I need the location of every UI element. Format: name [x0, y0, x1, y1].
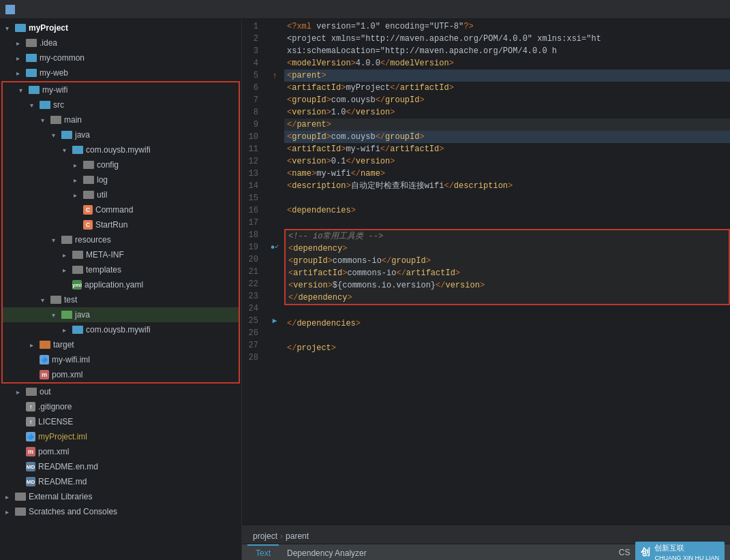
sidebar-item-application.yaml[interactable]: ymlapplication.yaml: [3, 277, 239, 292]
line-number: 7: [242, 94, 262, 106]
code-line: xsi:schemaLocation="http://maven.apache.…: [284, 45, 730, 57]
gutter-marker: [268, 106, 282, 119]
file-icon: f: [26, 402, 35, 411]
status-right: CS 创 创新互联CHUANG XIN HU LIAN: [619, 542, 725, 560]
java-class-icon: C: [83, 205, 93, 215]
gutter-marker: [268, 94, 282, 106]
sidebar-item-my-wifi.iml[interactable]: 🔷my-wifi.iml: [3, 352, 239, 367]
sidebar-item-test[interactable]: ▾test: [3, 292, 239, 307]
folder-icon: [72, 251, 83, 259]
gutter-marker: [268, 229, 282, 241]
sidebar-item-resources[interactable]: ▾resources: [3, 232, 239, 247]
line-number: 21: [242, 266, 262, 278]
sidebar-item-README.md[interactable]: MDREADME.md: [0, 474, 241, 489]
code-line: </project>: [284, 342, 730, 354]
sidebar-item-target[interactable]: ▸target: [3, 337, 239, 352]
gutter-marker: [268, 352, 282, 364]
code-line: [284, 217, 730, 229]
sidebar-item-com.ouysb.mywifi[interactable]: ▾com.ouysb.mywifi: [3, 142, 239, 157]
sidebar-item-java[interactable]: ▾java: [3, 127, 239, 142]
sidebar-item-root-pom[interactable]: mpom.xml: [0, 444, 241, 459]
arrow-right-icon: ▸: [16, 40, 26, 47]
arrow-right-icon: ▸: [74, 161, 83, 169]
code-line: [284, 192, 730, 204]
red-border-section: ▾my-wifi▾src▾main▾java▾com.ouysb.mywifi▸…: [1, 81, 240, 384]
code-line: <description>自动定时检查和连接wifi</description>: [284, 180, 730, 192]
gutter-marker: [268, 180, 282, 192]
code-line: <dependencies>: [284, 204, 730, 217]
iml-icon: 🔷: [26, 432, 35, 441]
line-number: 3: [242, 45, 262, 57]
sidebar-item-src[interactable]: ▾src: [3, 97, 239, 112]
gutter-marker: [268, 253, 282, 266]
sidebar-item-config[interactable]: ▸config: [3, 157, 239, 172]
pom-icon: m: [26, 447, 35, 456]
gutter-marker: [268, 290, 282, 302]
folder-icon: [26, 388, 37, 396]
logo-text: 创新互联CHUANG XIN HU LIAN: [654, 543, 719, 560]
red-box: <!-- io常用工具类 --> <dependency> <groupId>c…: [284, 229, 730, 305]
code-area[interactable]: <?xml version="1.0" encoding="UTF-8"?><p…: [282, 19, 730, 525]
project-icon: [5, 5, 15, 14]
line-number: 26: [242, 327, 262, 339]
code-line: [284, 354, 730, 367]
project-root-item[interactable]: ▾myProject: [0, 20, 241, 35]
line-number: 18: [242, 229, 262, 241]
sidebar-item-templates[interactable]: ▸templates: [3, 262, 239, 277]
sidebar-item-log[interactable]: ▸log: [3, 172, 239, 187]
line-number: 11: [242, 143, 262, 155]
sidebar-item-ext-libs[interactable]: ▸External Libraries: [0, 489, 241, 504]
arrow-down-icon: ▾: [30, 102, 40, 109]
sidebar-item-test-java[interactable]: ▾java: [3, 307, 239, 322]
code-line: <artifactId>myProject</artifactId>: [284, 82, 730, 94]
code-line: <dependency>: [286, 243, 729, 255]
tab-dependency[interactable]: Dependency Analyzer: [279, 544, 375, 561]
code-line: <version>1.0</version>: [284, 106, 730, 119]
code-line: <?xml version="1.0" encoding="UTF-8"?>: [284, 20, 730, 33]
folder-icon: [61, 236, 72, 244]
logo-icon: 创: [641, 546, 650, 559]
line-number: 19: [242, 241, 262, 253]
sidebar-item-Command[interactable]: CCommand: [3, 202, 239, 217]
code-line: <!-- io常用工具类 -->: [286, 230, 729, 243]
sidebar-item-myProject.iml[interactable]: 🔷myProject.iml: [0, 429, 241, 444]
line-number: 25: [242, 315, 262, 327]
sidebar-item-idea[interactable]: ▸.idea: [0, 35, 241, 50]
folder-icon: [50, 116, 61, 124]
folder-icon: [61, 131, 72, 139]
code-line: <version>0.1</version>: [284, 155, 730, 168]
line-number: 14: [242, 180, 262, 192]
gutter-marker: [268, 339, 282, 352]
code-line: <artifactId>commons-io</artifactId>: [286, 267, 729, 279]
line-number: 16: [242, 204, 262, 217]
sidebar-item-my-web[interactable]: ▸my-web: [0, 65, 241, 80]
sidebar-item-README.en.md[interactable]: MDREADME.en.md: [0, 459, 241, 474]
sidebar-item-StartRun[interactable]: CStartRun: [3, 217, 239, 232]
sidebar: ▾myProject▸.idea▸my-common▸my-web▾my-wif…: [0, 19, 242, 560]
line-number: 27: [242, 339, 262, 352]
sidebar-item-my-wifi[interactable]: ▾my-wifi: [3, 82, 239, 97]
arrow-right-icon: ▸: [16, 388, 26, 396]
folder-icon: [15, 508, 26, 516]
code-line: [284, 305, 730, 317]
sidebar-item-META-INF[interactable]: ▸META-INF: [3, 247, 239, 262]
gutter-marker: [268, 327, 282, 339]
code-line: [284, 330, 730, 342]
sidebar-item-LICENSE[interactable]: fLICENSE: [0, 414, 241, 429]
code-line: <version>${commons.io.version}</version>: [286, 279, 729, 292]
gutter: ↑●✓▶: [268, 19, 282, 525]
code-line: </dependencies>: [284, 317, 730, 330]
sidebar-item-my-common[interactable]: ▸my-common: [0, 50, 241, 65]
code-line: <parent>: [284, 69, 730, 82]
sidebar-item-test-com[interactable]: ▸com.ouysb.mywifi: [3, 322, 239, 337]
sidebar-item-scratches[interactable]: ▸Scratches and Consoles: [0, 504, 241, 519]
sidebar-item-gitignore[interactable]: f.gitignore: [0, 399, 241, 414]
sidebar-item-out[interactable]: ▸out: [0, 384, 241, 399]
sidebar-item-main[interactable]: ▾main: [3, 112, 239, 127]
sidebar-item-pom-mywifi[interactable]: mpom.xml: [3, 367, 239, 382]
gutter-marker: [268, 155, 282, 168]
arrow-down-icon: ▾: [52, 236, 61, 244]
line-number: 4: [242, 57, 262, 69]
sidebar-item-util[interactable]: ▸util: [3, 187, 239, 202]
tab-text[interactable]: Text: [247, 544, 279, 561]
